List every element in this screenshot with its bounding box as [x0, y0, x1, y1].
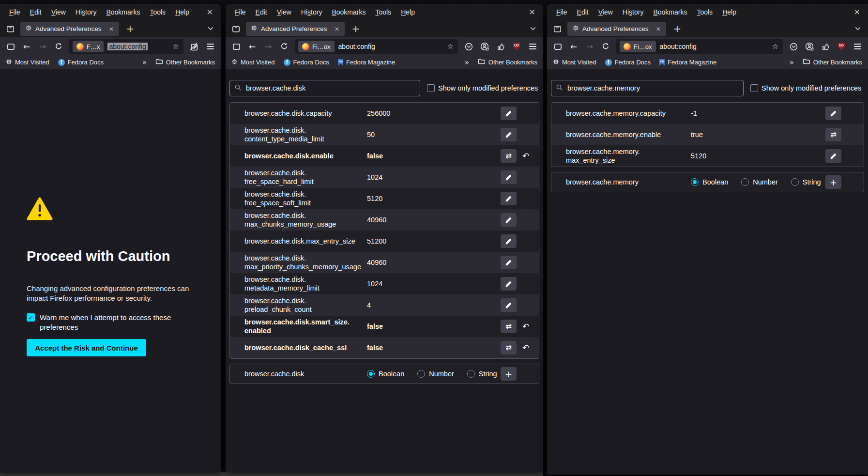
radio-dot[interactable]: [467, 370, 475, 378]
bookmark-most-visited[interactable]: Most Visited: [231, 59, 275, 66]
radio-dot[interactable]: [367, 370, 375, 378]
radio-dot[interactable]: [791, 178, 799, 186]
radio-string[interactable]: String: [791, 178, 821, 186]
menu-edit[interactable]: Edit: [251, 7, 272, 17]
firefox-view-tray-icon[interactable]: [4, 22, 16, 35]
bookmark-star-icon[interactable]: ☆: [172, 42, 180, 51]
site-identity-chip[interactable]: Fi…ox: [620, 41, 656, 52]
toggle-button[interactable]: ⇄: [501, 320, 517, 333]
firefox-view-tray-icon[interactable]: [551, 22, 563, 35]
menu-history[interactable]: History: [618, 7, 648, 17]
undo-button[interactable]: ↶: [517, 343, 535, 353]
toggle-button[interactable]: ⇄: [501, 341, 517, 354]
menu-view[interactable]: View: [594, 7, 617, 17]
back-button[interactable]: ←: [20, 39, 33, 54]
menu-edit[interactable]: Edit: [26, 7, 46, 17]
pocket-icon[interactable]: [787, 39, 800, 54]
app-menu-icon[interactable]: [203, 39, 217, 54]
bookmark-fedora-docs[interactable]: fFedora Docs: [58, 59, 104, 66]
bookmark-fedora-magazine[interactable]: FMFedora Magazine: [659, 59, 716, 66]
bookmarks-overflow-chevron[interactable]: »: [790, 58, 794, 67]
menu-view[interactable]: View: [47, 7, 70, 17]
app-menu-icon[interactable]: [526, 39, 539, 54]
other-bookmarks-folder[interactable]: Other Bookmarks: [478, 58, 537, 67]
edit-pencil-button[interactable]: [501, 192, 517, 205]
radio-boolean[interactable]: Boolean: [691, 178, 728, 186]
reload-button[interactable]: [277, 39, 291, 54]
url-text[interactable]: about:config: [107, 43, 168, 50]
warn-checkbox-label[interactable]: Warn me when I attempt to access these p…: [40, 313, 172, 332]
account-icon[interactable]: [803, 39, 816, 54]
menu-tools[interactable]: Tools: [692, 7, 717, 17]
window-close-icon[interactable]: ×: [851, 8, 863, 16]
undo-button[interactable]: ↶: [517, 322, 535, 331]
tab-close-icon[interactable]: ×: [652, 25, 661, 32]
menu-help[interactable]: Help: [718, 7, 741, 17]
list-tabs-chevron-icon[interactable]: [852, 22, 864, 35]
menu-tools[interactable]: Tools: [145, 7, 170, 17]
bookmark-fedora-docs[interactable]: fFedora Docs: [605, 59, 651, 66]
toggle-button[interactable]: ⇄: [825, 128, 841, 141]
site-identity-chip[interactable]: Fi…ox: [298, 41, 335, 52]
warn-checkbox[interactable]: ✓: [27, 313, 35, 322]
app-menu-icon[interactable]: [851, 39, 864, 54]
radio-number[interactable]: Number: [741, 178, 778, 186]
new-tab-button[interactable]: +: [123, 24, 138, 33]
radio-dot[interactable]: [417, 370, 425, 378]
new-tab-button[interactable]: +: [670, 24, 685, 33]
pen-slash-icon[interactable]: [187, 39, 201, 54]
show-only-modified-checkbox[interactable]: [427, 84, 435, 92]
list-tabs-chevron-icon[interactable]: [204, 22, 217, 35]
firefox-view-icon[interactable]: [229, 39, 243, 54]
account-icon[interactable]: [478, 39, 491, 54]
search-input[interactable]: browser.cache.memory: [551, 80, 744, 96]
url-bar[interactable]: Fi…oxabout:config☆: [295, 39, 458, 54]
edit-pencil-button[interactable]: [501, 170, 517, 184]
bookmark-star-icon[interactable]: ☆: [771, 42, 779, 51]
show-only-modified-checkbox[interactable]: [750, 84, 758, 92]
bookmark-most-visited[interactable]: Most Visited: [6, 59, 49, 66]
ublock-origin-icon[interactable]: UO: [510, 39, 523, 54]
menu-tools[interactable]: Tools: [371, 7, 396, 17]
menu-view[interactable]: View: [273, 7, 296, 17]
firefox-view-icon[interactable]: [551, 39, 564, 54]
radio-boolean[interactable]: Boolean: [367, 370, 404, 378]
bookmarks-overflow-chevron[interactable]: »: [142, 58, 147, 67]
menu-file[interactable]: File: [230, 7, 250, 17]
other-bookmarks-folder[interactable]: Other Bookmarks: [155, 58, 215, 67]
radio-dot[interactable]: [741, 178, 749, 186]
menu-edit[interactable]: Edit: [573, 7, 593, 17]
tab-advanced-preferences[interactable]: Advanced Preferences×: [246, 22, 345, 36]
menu-bookmarks[interactable]: Bookmarks: [102, 7, 144, 17]
other-bookmarks-folder[interactable]: Other Bookmarks: [803, 58, 862, 67]
edit-pencil-button[interactable]: [501, 213, 517, 227]
edit-pencil-button[interactable]: [501, 128, 517, 141]
url-bar[interactable]: F…xabout:config☆: [69, 39, 183, 54]
tab-advanced-preferences[interactable]: Advanced Preferences×: [567, 22, 666, 36]
list-tabs-chevron-icon[interactable]: [527, 22, 539, 35]
add-preference-button[interactable]: +: [501, 367, 517, 381]
url-text[interactable]: about:config: [660, 43, 767, 50]
back-button[interactable]: ←: [567, 39, 580, 54]
url-text[interactable]: about:config: [338, 43, 442, 50]
url-bar[interactable]: Fi…oxabout:config☆: [616, 39, 783, 54]
tab-close-icon[interactable]: ×: [331, 25, 340, 32]
edit-pencil-button[interactable]: [501, 234, 517, 248]
accept-risk-button[interactable]: Accept the Risk and Continue: [27, 339, 146, 356]
search-input[interactable]: browser.cache.disk: [229, 80, 420, 96]
menu-help[interactable]: Help: [396, 7, 419, 17]
menu-history[interactable]: History: [297, 7, 327, 17]
bookmark-fedora-docs[interactable]: fFedora Docs: [284, 59, 329, 66]
menu-bookmarks[interactable]: Bookmarks: [649, 7, 691, 17]
edit-pencil-button[interactable]: [501, 298, 517, 312]
site-identity-chip[interactable]: F…x: [73, 41, 104, 52]
add-preference-button[interactable]: +: [825, 175, 841, 189]
extensions-icon[interactable]: [494, 39, 507, 54]
tab-close-icon[interactable]: ×: [105, 25, 114, 32]
firefox-view-icon[interactable]: [4, 39, 17, 54]
edit-pencil-button[interactable]: [825, 149, 841, 163]
bookmarks-overflow-chevron[interactable]: »: [465, 58, 469, 67]
edit-pencil-button[interactable]: [501, 256, 517, 269]
edit-pencil-button[interactable]: [501, 107, 517, 120]
firefox-view-tray-icon[interactable]: [229, 22, 242, 35]
